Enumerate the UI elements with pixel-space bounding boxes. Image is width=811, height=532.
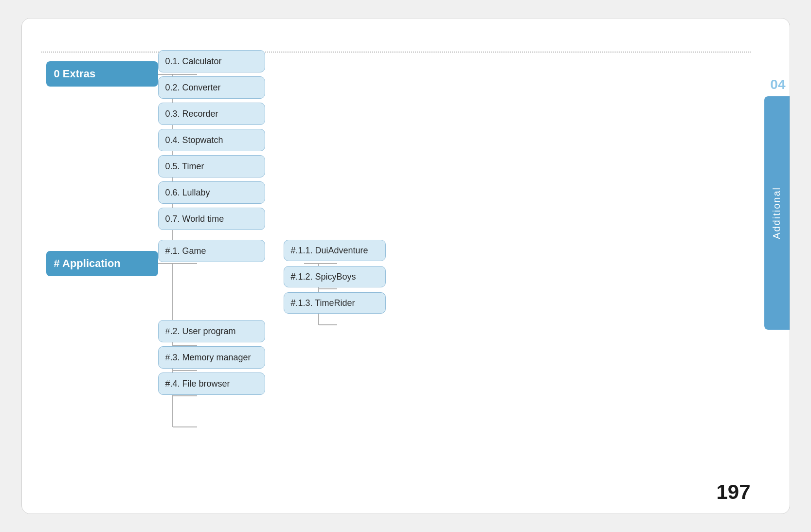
extras-item-converter[interactable]: 0.2. Converter (158, 76, 265, 99)
page-number: 197 (716, 480, 750, 504)
extras-item-lullaby[interactable]: 0.6. Lullaby (158, 181, 265, 204)
app-item-spicy-boys[interactable]: #.1.2. SpicyBoys (284, 266, 386, 287)
right-tab: Additional (764, 96, 790, 330)
tab-label: Additional (771, 187, 782, 239)
extras-item-calculator[interactable]: 0.1. Calculator (158, 50, 265, 72)
app-item-memory-manager[interactable]: #.3. Memory manager (158, 346, 265, 369)
extras-items: 0.1. Calculator 0.2. Converter 0.3. Reco… (158, 49, 265, 230)
extras-item-stopwatch[interactable]: 0.4. Stopwatch (158, 129, 265, 151)
app-item-game[interactable]: #.1. Game (158, 240, 265, 262)
application-header: # Application (46, 251, 158, 276)
app-item-dui-adventure[interactable]: #.1.1. DuiAdventure (284, 240, 386, 261)
dotted-divider (41, 52, 751, 53)
extras-item-timer[interactable]: 0.5. Timer (158, 155, 265, 177)
app-item-time-rider[interactable]: #.1.3. TimeRider (284, 292, 386, 314)
extras-header: 0 Extras (46, 61, 158, 87)
app-item-user-program[interactable]: #.2. User program (158, 320, 265, 342)
page-container: 04 Additional 197 (21, 18, 790, 514)
app-level1-game-container: #.1. Game #.1.1. DuiAdventure #.1.2. Spi… (158, 238, 265, 262)
game-children: #.1.1. DuiAdventure #.1.2. SpicyBoys #.1… (284, 240, 386, 314)
application-section: # Application #.1. Game #.1.1. DuiAdvent… (46, 251, 158, 276)
app-other-items: #.2. User program #.3. Memory manager #.… (158, 320, 265, 395)
app-item-file-browser[interactable]: #.4. File browser (158, 372, 265, 395)
extras-section: 0 Extras 0.1. Calculator 0.2. Converter … (46, 61, 158, 87)
extras-item-recorder[interactable]: 0.3. Recorder (158, 103, 265, 125)
tab-number: 04 (770, 77, 785, 92)
extras-item-worldtime[interactable]: 0.7. World time (158, 208, 265, 230)
